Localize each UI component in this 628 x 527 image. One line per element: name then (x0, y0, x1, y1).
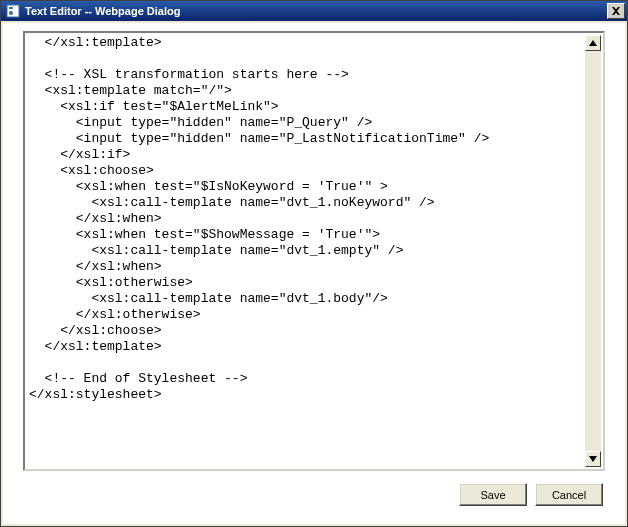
titlebar: Text Editor -- Webpage Dialog (1, 1, 627, 21)
window-title: Text Editor -- Webpage Dialog (25, 5, 607, 17)
scroll-down-button[interactable] (585, 451, 601, 467)
dialog-window: Text Editor -- Webpage Dialog </xsl:temp… (0, 0, 628, 527)
close-button[interactable] (607, 3, 625, 19)
scroll-up-button[interactable] (585, 35, 601, 51)
close-icon (611, 7, 621, 15)
chevron-up-icon (589, 40, 597, 46)
code-editor[interactable]: </xsl:template> <!-- XSL transformation … (23, 31, 605, 471)
chevron-down-icon (589, 456, 597, 462)
button-row: Save Cancel (3, 477, 625, 524)
cancel-button[interactable]: Cancel (535, 483, 603, 506)
scroll-track[interactable] (585, 51, 601, 451)
svg-point-1 (9, 11, 13, 15)
svg-rect-0 (7, 5, 19, 17)
code-content[interactable]: </xsl:template> <!-- XSL transformation … (25, 33, 603, 405)
save-button[interactable]: Save (459, 483, 527, 506)
vertical-scrollbar[interactable] (585, 35, 601, 467)
app-icon (5, 3, 21, 19)
editor-area: </xsl:template> <!-- XSL transformation … (23, 31, 605, 471)
content-panel: </xsl:template> <!-- XSL transformation … (3, 23, 625, 524)
